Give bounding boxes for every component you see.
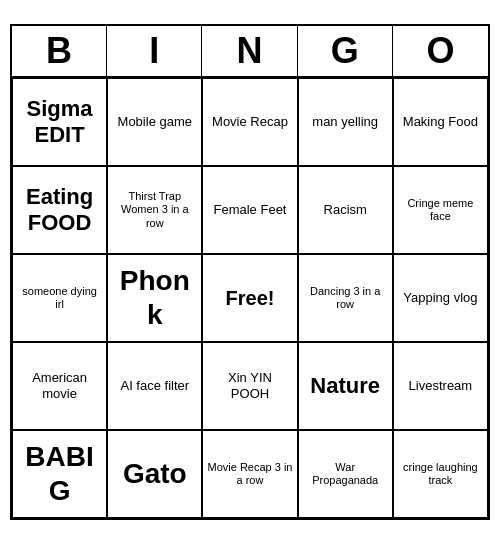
cell-13[interactable]: Dancing 3 in a row	[298, 254, 393, 342]
cell-18[interactable]: Nature	[298, 342, 393, 430]
header-g: G	[298, 26, 393, 76]
cell-8[interactable]: Racism	[298, 166, 393, 254]
cell-4[interactable]: Making Food	[393, 78, 488, 166]
cell-11[interactable]: Phonk	[107, 254, 202, 342]
cell-24[interactable]: cringe laughing track	[393, 430, 488, 518]
cell-10[interactable]: someone dying irl	[12, 254, 107, 342]
header-o: O	[393, 26, 488, 76]
cell-12-free[interactable]: Free!	[202, 254, 297, 342]
cell-14[interactable]: Yapping vlog	[393, 254, 488, 342]
cell-16[interactable]: AI face filter	[107, 342, 202, 430]
header-n: N	[202, 26, 297, 76]
cell-9[interactable]: Cringe meme face	[393, 166, 488, 254]
cell-15[interactable]: American movie	[12, 342, 107, 430]
cell-1[interactable]: Mobile game	[107, 78, 202, 166]
cell-6[interactable]: Thirst Trap Women 3 in a row	[107, 166, 202, 254]
bingo-grid: Sigma EDIT Mobile game Movie Recap man y…	[12, 78, 488, 518]
cell-17[interactable]: Xin YIN POOH	[202, 342, 297, 430]
cell-5[interactable]: Eating FOOD	[12, 166, 107, 254]
bingo-card: B I N G O Sigma EDIT Mobile game Movie R…	[10, 24, 490, 520]
cell-2[interactable]: Movie Recap	[202, 78, 297, 166]
header-i: I	[107, 26, 202, 76]
cell-21[interactable]: Gato	[107, 430, 202, 518]
cell-7[interactable]: Female Feet	[202, 166, 297, 254]
cell-0[interactable]: Sigma EDIT	[12, 78, 107, 166]
cell-22[interactable]: Movie Recap 3 in a row	[202, 430, 297, 518]
cell-23[interactable]: War Propaganada	[298, 430, 393, 518]
cell-3[interactable]: man yelling	[298, 78, 393, 166]
header-b: B	[12, 26, 107, 76]
cell-19[interactable]: Livestream	[393, 342, 488, 430]
cell-20[interactable]: BABI G	[12, 430, 107, 518]
bingo-header: B I N G O	[12, 26, 488, 78]
